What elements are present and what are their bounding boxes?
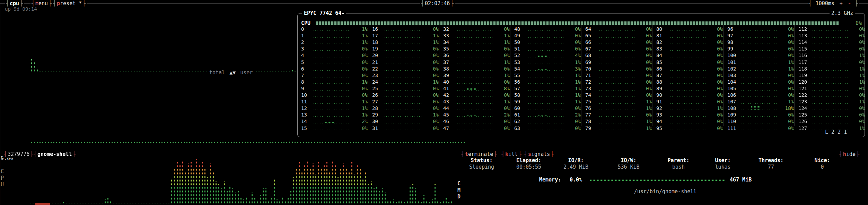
core-cell: 400% — [442, 79, 510, 85]
core-cell: 960% — [727, 26, 795, 32]
core-cell: 190% — [371, 46, 439, 52]
core-cell: 418% — [442, 85, 510, 92]
core-cell: 380% — [442, 66, 510, 72]
core-cell: 01% — [300, 26, 368, 32]
core-cell: 260% — [371, 92, 439, 99]
core-cell: 220% — [371, 66, 439, 72]
terminate-button[interactable]: terminate — [460, 151, 498, 158]
menu-button[interactable]: menu — [30, 0, 53, 7]
process-cpu-graph — [30, 156, 454, 205]
core-cell: 11% — [300, 32, 368, 39]
core-cell: 1040% — [727, 79, 795, 85]
legend-total: total — [209, 69, 225, 76]
core-cell: 1050% — [727, 85, 795, 92]
core-cell: 1210% — [798, 85, 866, 92]
core-cell: 1231% — [798, 99, 866, 105]
preset-button[interactable]: preset * — [52, 0, 87, 7]
core-cell: 100% — [300, 92, 368, 99]
core-cell: 40% — [300, 52, 368, 59]
core-cell: 1220% — [798, 92, 866, 99]
core-cell: 531% — [514, 59, 581, 66]
core-cell: 1130% — [798, 32, 866, 39]
core-cell: 524% — [514, 52, 581, 59]
core-cell: 210% — [371, 59, 439, 66]
detail-ior: IO/R:2.49 MiB — [555, 157, 597, 170]
process-box-border — [0, 154, 868, 154]
core-cell: 761% — [585, 105, 652, 112]
hide-button[interactable]: hide — [838, 151, 860, 158]
detail-parent: Parent:bash — [658, 157, 699, 170]
core-cell: 142% — [300, 118, 368, 125]
core-cell: 21% — [300, 39, 368, 46]
core-cell: 910% — [656, 99, 724, 105]
core-cell: 460% — [442, 118, 510, 125]
core-cell: 640% — [585, 26, 652, 32]
core-cell: 791% — [585, 125, 652, 132]
core-cell: 1191% — [798, 72, 866, 79]
core-column-separator — [794, 25, 795, 126]
core-cell: 571% — [514, 85, 581, 92]
core-cell: 350% — [442, 46, 510, 52]
core-cell: 670% — [585, 46, 652, 52]
core-cell: 1030% — [727, 72, 795, 79]
core-cell: 490% — [514, 32, 581, 39]
core-cell: 181% — [371, 39, 439, 46]
core-cell: 940% — [656, 118, 724, 125]
core-cell: 150% — [300, 125, 368, 132]
core-cell: 1260% — [798, 118, 866, 125]
memory-meter — [590, 178, 725, 181]
clock: 02:02:46 — [420, 0, 455, 7]
process-cmd-axis-label: CMD — [457, 180, 461, 200]
core-cell: 480% — [514, 26, 581, 32]
legend-toggle-arrows-icon[interactable]: ▲▼ — [229, 69, 236, 76]
cpu-total-meter — [316, 21, 839, 25]
core-cell: 1000% — [727, 52, 795, 59]
core-cell: 1011% — [727, 59, 795, 66]
core-cell: 1090% — [727, 112, 795, 118]
core-cell: 561% — [514, 79, 581, 85]
core-cell: 510% — [514, 46, 581, 52]
core-cell: 60% — [300, 66, 368, 72]
core-cell: 131% — [300, 112, 368, 118]
update-interval[interactable]: 1000ms + - — [808, 0, 859, 7]
core-cell: 620% — [514, 118, 581, 125]
core-column-separator — [581, 25, 581, 126]
core-cell: 900% — [656, 92, 724, 99]
core-cell: 1120% — [798, 26, 866, 32]
core-cell: 1201% — [798, 79, 866, 85]
legend-user: user — [240, 69, 253, 76]
core-cell: 270% — [371, 99, 439, 105]
core-cell: 331% — [442, 32, 510, 39]
interval-minus-button[interactable]: - — [848, 0, 851, 7]
core-cell: 543% — [514, 66, 581, 72]
core-column-separator — [439, 25, 439, 126]
core-cell: 250% — [371, 85, 439, 92]
core-cell: 820% — [656, 39, 724, 46]
core-cell: 950% — [656, 125, 724, 132]
core-cell: 111% — [300, 99, 368, 105]
core-cell: 420% — [442, 92, 510, 99]
core-cell: 630% — [514, 125, 581, 132]
interval-plus-button[interactable]: + — [840, 0, 843, 7]
core-cell: 680% — [585, 52, 652, 59]
core-cell: 581% — [514, 92, 581, 99]
detail-iow: IO/W:536 KiB — [608, 157, 649, 170]
process-graph-cpu-axis-label: CPU — [1, 168, 4, 188]
kill-button[interactable]: kill — [500, 151, 523, 158]
core-cell: 990% — [727, 46, 795, 52]
cpu-graph-legend[interactable]: total ▲▼ user — [207, 69, 255, 76]
core-cell: 860% — [656, 66, 724, 72]
cpu-box-left-border — [0, 3, 0, 154]
core-cell: 720% — [585, 79, 652, 85]
memory-amount: 467 MiB — [730, 177, 752, 183]
memory-label: Memory: — [539, 177, 561, 183]
cpu-frequency: 2.3 GHz — [830, 10, 855, 17]
core-cell: 291% — [371, 112, 439, 118]
process-pid: 3279776 — [3, 151, 34, 158]
core-cell: 241% — [371, 79, 439, 85]
core-cell: 1110% — [727, 125, 795, 132]
core-cell: 710% — [585, 72, 652, 79]
signals-button[interactable]: signals — [523, 151, 555, 158]
cpu-core-box: CPU 0% L 2 2 1 01%11%21%30%40%50%60%70%8… — [297, 13, 865, 137]
core-cell: 800% — [656, 26, 724, 32]
